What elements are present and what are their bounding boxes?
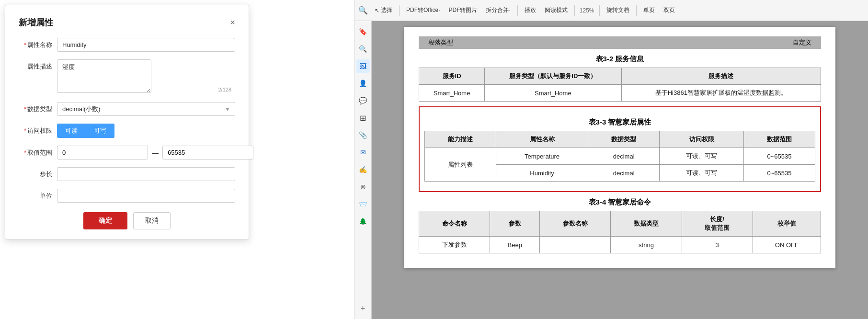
unit-input[interactable] — [57, 189, 235, 203]
zoom-level: 125% — [580, 7, 594, 14]
bookmark-icon[interactable]: 🔖 — [356, 25, 370, 38]
table4-cell-param-name — [540, 237, 611, 253]
open-icon[interactable]: ⊞ — [356, 111, 370, 125]
new-attribute-dialog: 新增属性 × 属性名称 属性描述 湿度 2/128 数据类型 decimal(小… — [5, 5, 249, 239]
step-label: 步长 — [19, 167, 57, 179]
pdf-page-content: 段落类型 自定义 表3-2 服务信息 服务ID 服务类型（默认与服务ID一致） … — [404, 27, 835, 268]
unit-label: 单位 — [19, 189, 57, 200]
table3-col-1: 能力描述 — [425, 131, 496, 148]
table4-cell-param: Beep — [490, 237, 540, 253]
toolbar-sep-3 — [574, 5, 575, 16]
table4-header-row: 命令名称 参数 参数名称 数据类型 长度/取值范围 枚举值 — [419, 211, 821, 237]
name-label: 属性名称 — [19, 38, 57, 49]
range-dash: — — [152, 149, 159, 157]
select-tool-button[interactable]: ↖ 选择 — [371, 4, 396, 16]
comment-icon[interactable]: 💬 — [356, 94, 370, 107]
table3-cell-attr-name-1: Temperature — [496, 148, 588, 165]
dialog-header: 新增属性 × — [19, 17, 235, 28]
rotate-doc-button[interactable]: 旋转文档 — [603, 4, 633, 16]
name-input[interactable] — [57, 38, 235, 52]
right-panel: 🔍 ↖ 选择 PDF转Office· PDF转图片 拆分合并· 播放 阅读模式 … — [354, 0, 868, 319]
toolbar-sep-5 — [636, 5, 637, 16]
read-button[interactable]: 可读 — [57, 124, 86, 138]
left-panel: 新增属性 × 属性名称 属性描述 湿度 2/128 数据类型 decimal(小… — [0, 0, 354, 319]
single-page-button[interactable]: 单页 — [640, 4, 659, 16]
toolbar-sep-2 — [517, 5, 518, 16]
table3-cell-range-2: 0~65535 — [743, 165, 815, 182]
range-row: 取值范围 — — [19, 146, 235, 160]
send-icon[interactable]: 📨 — [356, 197, 370, 211]
close-button[interactable]: × — [230, 18, 235, 27]
table4-col-6: 枚举值 — [753, 211, 821, 237]
table3-cell-access-2: 可读、可写 — [660, 165, 744, 182]
table3-col-4: 访问权限 — [660, 131, 744, 148]
access-row: 访问权限 可读 可写 — [19, 124, 235, 138]
table4-col-1: 命令名称 — [419, 211, 490, 237]
table-row: 属性列表 Temperature decimal 可读、可写 0~65535 — [425, 148, 815, 165]
table3-cell-datatype-1: decimal — [588, 148, 660, 165]
section-header-bar: 段落类型 自定义 — [419, 36, 821, 49]
desc-wrapper: 湿度 2/128 — [57, 59, 235, 94]
pdf-sidebar-icons: 🔖 🔍 🖼 👤 💬 ⊞ 📎 ✉ ✍ ⊚ 📨 🌲 + — [354, 21, 372, 319]
confirm-button[interactable]: 确定 — [83, 212, 127, 229]
desc-label: 属性描述 — [19, 59, 57, 71]
toolbar-sep-1 — [399, 5, 400, 16]
table4-cell-enum: ON OFF — [753, 237, 821, 253]
pdf-page[interactable]: 段落类型 自定义 表3-2 服务信息 服务ID 服务类型（默认与服务ID一致） … — [372, 21, 868, 319]
datatype-row: 数据类型 decimal(小数) int(整数) string(字符串) ▼ — [19, 102, 235, 116]
step-input[interactable] — [57, 167, 235, 181]
table2-cell-service-desc: 基于Hi3861智慧家居扩展板的温湿度数据监测。 — [621, 85, 821, 102]
table3-cell-range-1: 0~65535 — [743, 148, 815, 165]
step-row: 步长 — [19, 167, 235, 181]
table3-cell-access-1: 可读、可写 — [660, 148, 744, 165]
pdf-toolbar: 🔍 ↖ 选择 PDF转Office· PDF转图片 拆分合并· 播放 阅读模式 … — [354, 0, 868, 21]
table4: 命令名称 参数 参数名称 数据类型 长度/取值范围 枚举值 下发参数 Beep — [419, 211, 821, 253]
table2-title: 表3-2 服务信息 — [419, 55, 821, 64]
table-row: Smart_Home Smart_Home 基于Hi3861智慧家居扩展板的温湿… — [419, 85, 821, 102]
signature-icon[interactable]: ✍ — [356, 163, 370, 176]
double-page-button[interactable]: 双页 — [660, 4, 679, 16]
table4-cell-datatype: string — [611, 237, 682, 253]
section-bar-right: 自定义 — [793, 38, 811, 47]
table4-title: 表3-4 智慧家居命令 — [419, 198, 821, 207]
pdf-to-office-button[interactable]: PDF转Office· — [402, 4, 444, 16]
attachment-icon[interactable]: 📎 — [356, 128, 370, 142]
table3-col-2: 属性名称 — [496, 131, 588, 148]
zoom-icon: 🔍 — [358, 6, 368, 15]
pdf-content-area: 🔖 🔍 🖼 👤 💬 ⊞ 📎 ✉ ✍ ⊚ 📨 🌲 + 段落类型 自定义 — [354, 21, 868, 319]
desc-textarea[interactable]: 湿度 — [57, 59, 151, 93]
table4-cell-cmd: 下发参数 — [419, 237, 490, 253]
table3-cell-attr-name-2: Humidity — [496, 165, 588, 182]
tree-icon[interactable]: 🌲 — [356, 215, 370, 228]
table3-col-3: 数据类型 — [588, 131, 660, 148]
cancel-button[interactable]: 取消 — [133, 212, 171, 229]
pdf-to-image-button[interactable]: PDF转图片 — [445, 4, 481, 16]
range-min-input[interactable] — [57, 146, 148, 160]
range-max-input[interactable] — [162, 146, 253, 160]
layers-icon[interactable]: ⊚ — [356, 180, 370, 194]
table4-col-5: 长度/取值范围 — [682, 211, 753, 237]
read-mode-button[interactable]: 阅读模式 — [541, 4, 571, 16]
outlook-icon[interactable]: ✉ — [356, 146, 370, 159]
table4-col-4: 数据类型 — [611, 211, 682, 237]
split-merge-button[interactable]: 拆分合并· — [482, 4, 514, 16]
unit-row: 单位 — [19, 189, 235, 203]
write-button[interactable]: 可写 — [86, 124, 114, 138]
range-inputs: — — [57, 146, 253, 160]
add-panel-icon[interactable]: + — [356, 302, 370, 315]
access-buttons: 可读 可写 — [57, 124, 114, 138]
person-icon[interactable]: 👤 — [356, 77, 370, 90]
table4-col-2: 参数 — [490, 211, 540, 237]
datatype-select[interactable]: decimal(小数) int(整数) string(字符串) — [57, 102, 235, 116]
datatype-select-wrapper: decimal(小数) int(整数) string(字符串) ▼ — [57, 102, 235, 116]
highlighted-table-container: 表3-3 智慧家居属性 能力描述 属性名称 数据类型 访问权限 数据范围 — [419, 106, 821, 192]
table2-col-2: 服务类型（默认与服务ID一致） — [485, 68, 621, 85]
play-button[interactable]: 播放 — [521, 4, 540, 16]
zoom-icon-sidebar[interactable]: 🔍 — [356, 42, 370, 56]
image-icon[interactable]: 🖼 — [356, 59, 370, 73]
name-row: 属性名称 — [19, 38, 235, 52]
table2-header-row: 服务ID 服务类型（默认与服务ID一致） 服务描述 — [419, 68, 821, 85]
section-bar-left: 段落类型 — [428, 38, 453, 47]
dialog-title: 新增属性 — [19, 17, 53, 28]
table3-cell-datatype-2: decimal — [588, 165, 660, 182]
